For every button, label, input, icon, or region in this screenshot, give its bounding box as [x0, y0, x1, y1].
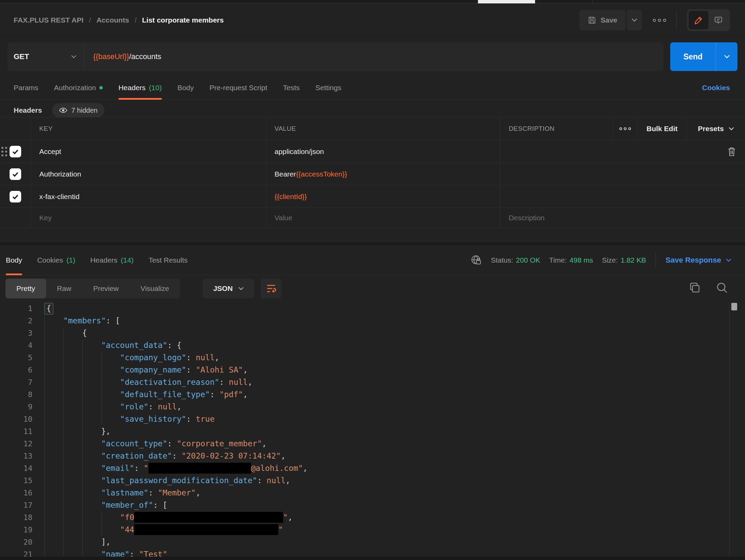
breadcrumb-folder[interactable]: Accounts [96, 16, 129, 24]
vertical-scrollbar-thumb[interactable] [731, 303, 737, 310]
copy-response-button[interactable] [688, 281, 701, 294]
redacted-value [134, 524, 278, 535]
response-tab-test-results[interactable]: Test Results [149, 245, 187, 275]
line-number: 2 [0, 315, 32, 327]
url-input[interactable]: {{baseUrl}}/accounts [84, 52, 663, 61]
header-key-cell[interactable]: Authorization [31, 163, 266, 185]
indent-guide [101, 352, 102, 425]
network-icon[interactable] [470, 254, 482, 266]
drag-handle-icon[interactable] [1, 147, 7, 156]
breadcrumb-request-name[interactable]: List corporate members [142, 16, 224, 24]
tab-headers[interactable]: Headers (10) [118, 76, 162, 99]
line-number: 12 [0, 438, 32, 450]
size-value[interactable]: 1.82 KB [621, 256, 646, 264]
response-code-lines: 1{2 "members": [3 {4 "account_data": {5 … [0, 302, 745, 557]
comment-icon [714, 16, 723, 25]
tab-label: Headers [90, 256, 117, 264]
hidden-headers-toggle[interactable]: 7 hidden [52, 103, 104, 117]
code-line: 18 "f0", [0, 511, 745, 523]
header-key-cell[interactable]: Accept [31, 140, 266, 163]
line-number: 9 [0, 401, 32, 413]
code-panel-right-border [729, 302, 730, 557]
tab-separator [535, 0, 535, 3]
tab-settings[interactable]: Settings [315, 76, 341, 99]
view-mode-segmented-control: Pretty Raw Preview Visualize [5, 279, 180, 298]
tab-label: Settings [315, 84, 341, 92]
row-checkbox[interactable] [10, 191, 21, 202]
header-value-cell[interactable]: Bearer {{accessToken}} [266, 163, 500, 185]
line-number: 21 [0, 548, 32, 557]
column-options-button[interactable] [613, 117, 637, 140]
row-checkbox[interactable] [10, 168, 21, 180]
format-dropdown[interactable]: JSON [203, 279, 254, 298]
editor-mode-toggle [687, 9, 730, 31]
value-column-header: VALUE [266, 117, 500, 140]
save-response-button[interactable]: Save Response [665, 256, 731, 265]
delete-row-button[interactable] [727, 147, 736, 156]
tab-params[interactable]: Params [14, 76, 38, 99]
new-description-input[interactable]: Description [500, 208, 745, 227]
header-value-cell[interactable]: application/json [266, 140, 500, 163]
wrap-lines-button[interactable] [261, 279, 281, 298]
breadcrumb-separator: / [135, 16, 137, 24]
status-value[interactable]: 200 OK [516, 256, 540, 264]
more-options-button[interactable] [653, 19, 666, 22]
header-key-cell[interactable]: x-fax-clientid [31, 185, 266, 208]
tab-label: Pre-request Script [210, 84, 267, 92]
response-tab-body[interactable]: Body [6, 245, 22, 275]
postman-app: FAX.PLUS REST API / Accounts / List corp… [0, 0, 745, 560]
tab-body[interactable]: Body [178, 76, 194, 99]
code-line: 17 "member_of": [ [0, 499, 745, 511]
row-checkbox[interactable] [10, 146, 21, 157]
method-select[interactable]: GET [8, 42, 84, 71]
presets-dropdown[interactable]: Presets [687, 117, 745, 140]
comments-mode-button[interactable] [708, 11, 728, 29]
header-description-cell[interactable] [500, 185, 745, 208]
view-preview-button[interactable]: Preview [82, 279, 130, 298]
tab-separator [592, 0, 593, 3]
header-description-cell[interactable] [500, 163, 745, 185]
save-options-button[interactable] [627, 10, 642, 30]
table-header-row: KEY VALUE DESCRIPTION Bulk Edit Presets [0, 117, 745, 140]
value-variable: {{clientId}} [275, 193, 307, 201]
tab-prerequest-script[interactable]: Pre-request Script [210, 76, 267, 99]
response-view-controls: Pretty Raw Preview Visualize JSON [0, 279, 745, 299]
headers-subheader: Headers 7 hidden [0, 102, 745, 118]
response-tab-cookies[interactable]: Cookies (1) [37, 245, 75, 275]
response-body-viewer[interactable]: 1{2 "members": [3 {4 "account_data": {5 … [0, 302, 745, 557]
send-button[interactable]: Send [670, 42, 716, 71]
bulk-edit-button[interactable]: Bulk Edit [637, 117, 687, 140]
tab-authorization[interactable]: Authorization [54, 76, 103, 99]
breadcrumb-collection[interactable]: FAX.PLUS REST API [14, 16, 84, 24]
indent-guide [44, 315, 45, 557]
header-description-cell[interactable] [500, 140, 745, 163]
line-number: 6 [0, 364, 32, 376]
time-label: Time: [549, 256, 567, 264]
search-response-button[interactable] [716, 281, 729, 294]
code-line: 19 "44" [0, 523, 745, 536]
view-raw-button[interactable]: Raw [46, 279, 82, 298]
window-tab-strip [0, 0, 745, 3]
view-pretty-button[interactable]: Pretty [5, 279, 46, 298]
code-line: 10 "save_history": true [0, 413, 745, 425]
header-value-cell[interactable]: {{clientId}} [266, 185, 500, 208]
line-number: 5 [0, 352, 32, 364]
active-tab-edge[interactable] [478, 0, 535, 3]
search-icon [716, 281, 729, 294]
send-options-button[interactable] [716, 42, 737, 71]
save-button[interactable]: Save [579, 10, 625, 30]
line-number: 19 [0, 524, 32, 536]
response-tab-headers[interactable]: Headers (14) [90, 245, 133, 275]
edit-mode-button[interactable] [689, 11, 708, 29]
cookies-link[interactable]: Cookies [702, 76, 730, 100]
value-literal: Bearer [275, 170, 296, 178]
time-value[interactable]: 498 ms [570, 256, 593, 264]
line-number: 18 [0, 512, 32, 524]
chevron-down-icon [726, 258, 731, 262]
dot-icon [663, 19, 666, 22]
new-value-input[interactable]: Value [266, 208, 500, 227]
chevron-down-icon [729, 127, 734, 130]
view-visualize-button[interactable]: Visualize [130, 279, 180, 298]
new-key-input[interactable]: Key [31, 208, 266, 227]
tab-tests[interactable]: Tests [283, 76, 300, 99]
